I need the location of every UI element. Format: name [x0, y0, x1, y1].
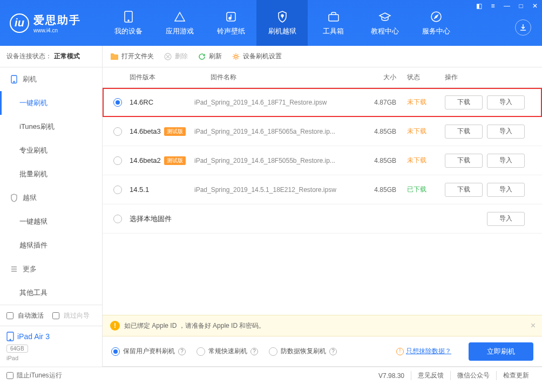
window-menu-icon[interactable]: ≡ [486, 0, 500, 12]
firmware-version: 14.5.1 [130, 185, 194, 194]
col-status: 状态 [407, 73, 445, 82]
firmware-status: 未下载 [407, 127, 445, 136]
svg-point-4 [281, 15, 283, 17]
sidebar-item[interactable]: 专业刷机 [0, 139, 102, 162]
flash-mode-option[interactable]: 保留用户资料刷机? [111, 347, 186, 356]
radio-icon [111, 347, 120, 356]
music-icon [225, 10, 238, 23]
open-folder-button[interactable]: 打开文件夹 [110, 52, 154, 61]
flash-mode-option[interactable]: 常规快速刷机? [197, 347, 258, 356]
firmware-row[interactable]: 14.6beta2测试版 iPad_Spring_2019_14.6_18F50… [103, 146, 542, 175]
refresh-button[interactable]: 刷新 [198, 52, 222, 61]
window-close-icon[interactable]: ✕ [528, 0, 542, 12]
nav-tab-device[interactable]: 我的设备 [103, 0, 154, 46]
main-panel: 打开文件夹 删除 刷新 设备刷机设置 固件版本 固件名称 大小 状态 操作 [103, 46, 542, 367]
help-icon[interactable]: ? [329, 348, 337, 355]
erase-data-link[interactable]: ! 只想抹除数据？ [396, 347, 451, 356]
firmware-row[interactable]: 14.5.1 iPad_Spring_2019_14.5.1_18E212_Re… [103, 175, 542, 204]
col-action: 操作 [445, 73, 542, 82]
storage-badge: 64GB [6, 345, 28, 353]
svg-point-3 [229, 17, 231, 19]
flash-settings-button[interactable]: 设备刷机设置 [232, 52, 282, 61]
flash-now-button[interactable]: 立即刷机 [469, 342, 533, 361]
window-minimize-icon[interactable]: — [500, 0, 514, 12]
wechat-link[interactable]: 微信公众号 [450, 371, 496, 380]
nav-tab-apps[interactable]: 应用游戏 [154, 0, 205, 46]
sidebar-category[interactable]: 刷机 [0, 67, 102, 91]
sidebar-item[interactable]: 越狱插件 [0, 233, 102, 257]
nav-tab-ringtones[interactable]: 铃声壁纸 [205, 0, 256, 46]
firmware-row[interactable]: 14.6beta3测试版 iPad_Spring_2019_14.6_18F50… [103, 117, 542, 146]
help-icon[interactable]: ? [250, 348, 258, 355]
download-button[interactable]: 下载 [445, 95, 483, 109]
firmware-row[interactable]: 14.6RC iPad_Spring_2019_14.6_18F71_Resto… [103, 88, 542, 117]
nav-tab-tutorials[interactable]: 教程中心 [359, 0, 410, 46]
feedback-link[interactable]: 意见反馈 [411, 371, 450, 380]
download-icon [519, 23, 527, 32]
nav-tab-flash[interactable]: 刷机越狱 [256, 0, 308, 46]
radio-icon [269, 347, 277, 356]
import-button[interactable]: 导入 [487, 95, 525, 109]
window-theme-icon[interactable]: ◧ [472, 0, 486, 12]
import-button[interactable]: 导入 [487, 212, 525, 226]
window-maximize-icon[interactable]: □ [514, 0, 528, 12]
device-type: iPad [6, 355, 96, 361]
download-button[interactable]: 下载 [445, 125, 483, 139]
folder-icon [110, 52, 119, 61]
select-radio[interactable] [113, 127, 122, 136]
sync-button[interactable] [515, 19, 531, 36]
auto-activate-row: 自动激活 跳过向导 [0, 305, 102, 326]
svg-point-8 [13, 81, 15, 82]
svg-point-12 [235, 55, 238, 58]
firmware-name: iPad_Spring_2019_14.6_18F71_Restore.ipsw [194, 99, 364, 106]
logo-area: iu 爱思助手 www.i4.cn [0, 13, 103, 33]
sidebar-item[interactable]: 批量刷机 [0, 162, 102, 186]
auto-activate-checkbox[interactable] [6, 312, 13, 319]
import-button[interactable]: 导入 [487, 125, 525, 139]
select-radio[interactable] [113, 98, 122, 107]
skip-guide-checkbox[interactable] [52, 312, 59, 319]
help-icon[interactable]: ? [178, 348, 186, 355]
local-firmware-row[interactable]: 选择本地固件 导入 [103, 204, 542, 233]
import-button[interactable]: 导入 [487, 183, 525, 197]
firmware-version: 14.6beta3测试版 [130, 127, 194, 136]
local-firmware-label: 选择本地固件 [130, 214, 445, 224]
select-radio[interactable] [113, 215, 122, 223]
nav-tab-tools[interactable]: 工具箱 [308, 0, 359, 46]
nav-tab-service[interactable]: 服务中心 [410, 0, 462, 46]
svg-point-10 [10, 339, 11, 340]
col-size: 大小 [364, 73, 407, 82]
select-radio[interactable] [113, 156, 122, 165]
firmware-name: iPad_Spring_2019_14.6_18F5055b_Restore.i… [194, 157, 364, 164]
block-itunes-checkbox[interactable] [6, 372, 13, 379]
sidebar-item[interactable]: 其他工具 [0, 281, 102, 305]
category-icon [10, 265, 18, 273]
flash-mode-option[interactable]: 防数据恢复刷机? [269, 347, 337, 356]
beta-tag: 测试版 [164, 156, 186, 165]
delete-button[interactable]: 删除 [164, 52, 188, 61]
select-radio[interactable] [113, 185, 122, 194]
statusbar: 阻止iTunes运行 V7.98.30 意见反馈 微信公众号 检查更新 [0, 367, 542, 384]
flash-options-bar: 保留用户资料刷机?常规快速刷机?防数据恢复刷机? ! 只想抹除数据？ 立即刷机 [103, 336, 542, 367]
check-update-link[interactable]: 检查更新 [496, 371, 536, 380]
app-header: iu 爱思助手 www.i4.cn 我的设备 应用游戏 铃声壁纸 刷机越狱 工具… [0, 0, 542, 46]
sidebar-item[interactable]: 一键刷机 [0, 91, 102, 115]
compass-icon [430, 10, 443, 23]
firmware-list: 14.6RC iPad_Spring_2019_14.6_18F71_Resto… [103, 88, 542, 315]
firmware-version: 14.6beta2测试版 [130, 156, 194, 165]
sidebar-item[interactable]: 一键越狱 [0, 210, 102, 233]
window-controls: ◧ ≡ — □ ✕ [472, 0, 542, 12]
sidebar-category[interactable]: 越狱 [0, 186, 102, 210]
sidebar-nav: 刷机一键刷机iTunes刷机专业刷机批量刷机越狱一键越狱越狱插件更多其他工具下载… [0, 67, 102, 305]
category-icon [10, 75, 18, 84]
import-button[interactable]: 导入 [487, 154, 525, 168]
device-name[interactable]: iPad Air 3 [6, 332, 96, 341]
shield-icon [276, 10, 289, 23]
download-button[interactable]: 下载 [445, 154, 483, 168]
firmware-name: iPad_Spring_2019_14.5.1_18E212_Restore.i… [194, 186, 364, 194]
version-label: V7.98.30 [372, 372, 411, 380]
sidebar-item[interactable]: iTunes刷机 [0, 115, 102, 139]
notice-close-button[interactable]: × [531, 321, 536, 331]
download-button[interactable]: 下载 [445, 183, 483, 197]
sidebar-category[interactable]: 更多 [0, 257, 102, 281]
